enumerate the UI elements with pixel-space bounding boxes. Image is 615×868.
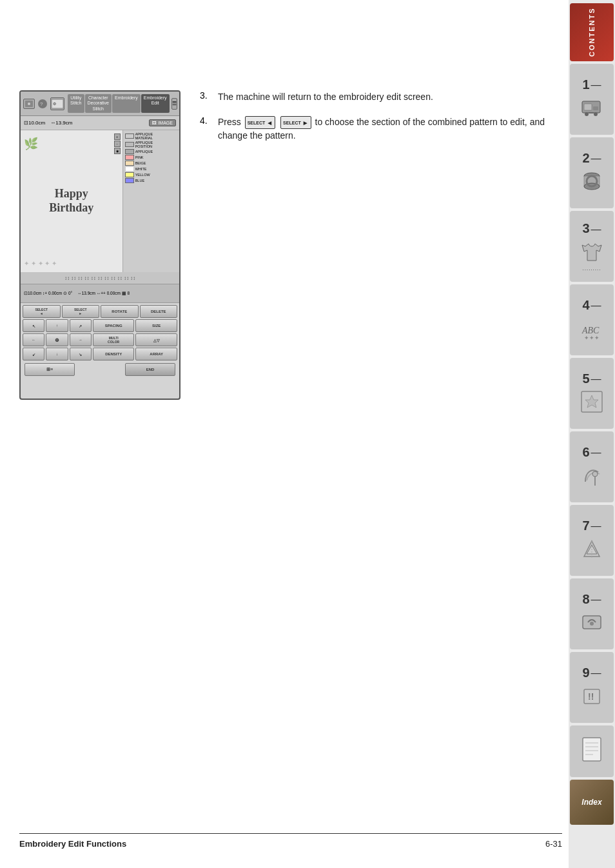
tab-9-number: 9	[582, 666, 589, 680]
svg-point-4	[594, 112, 598, 116]
embroidery-icon	[578, 461, 606, 489]
mirror-h-button[interactable]: ↗	[70, 319, 92, 332]
select-left-label: SELECT	[248, 121, 266, 125]
up-button[interactable]: ↑	[46, 319, 68, 332]
svg-rect-2	[593, 106, 598, 110]
machine-tab-bar: ? ⚙ UtilityStitch CharacterDecorativeSti…	[21, 92, 179, 116]
mirror-v-button[interactable]: ↖	[23, 319, 44, 332]
advanced-icon	[578, 608, 606, 636]
svg-point-3	[585, 112, 589, 116]
tab-5-number: 5	[582, 371, 589, 386]
select-right-inline-button: SELECT ►	[280, 116, 311, 129]
footer: Embroidery Edit Functions 6-31	[19, 833, 562, 849]
step-4-text-pre: Press	[218, 117, 241, 127]
tab-3-number: 3	[582, 221, 589, 236]
pattern-icon	[578, 535, 606, 563]
select-right-arrow: ►	[302, 118, 309, 128]
tab-6-dash: —	[591, 447, 601, 459]
sidebar-tab-5[interactable]: 5 —	[570, 358, 614, 429]
step-4-number: 4.	[200, 115, 213, 143]
rotate-button[interactable]: ROTATE	[101, 305, 139, 318]
down-right-button[interactable]: ↘	[70, 348, 92, 360]
svg-text:ABC: ABC	[581, 326, 600, 335]
tab-4-number: 4	[582, 298, 589, 313]
image-button: 🖼 IMAGE	[149, 119, 176, 126]
center-button[interactable]: ⊕	[46, 333, 68, 346]
button-row-2: ↖ ↑ ↗ SPACING SIZE	[23, 319, 177, 332]
instruction-step-3: 3. The machine will return to the embroi…	[200, 90, 548, 104]
delete-button[interactable]: DELETE	[140, 305, 178, 318]
alphabet-icon: ABC ✦✦✦	[578, 314, 606, 342]
index-label: Index	[581, 798, 601, 807]
tab-8-dash: —	[591, 594, 601, 606]
color-applique-position: APPLIQUEPOSITION	[125, 141, 177, 148]
tab-7-number: 7	[582, 518, 589, 533]
machine-measure-bar: ⊡10.0cm ↔13.9cm 🖼 IMAGE	[21, 116, 179, 130]
sidebar-tab-2[interactable]: 2 —	[570, 137, 614, 208]
right-button[interactable]: →	[70, 333, 92, 346]
measure-h: ⊡10.0cm	[24, 120, 45, 126]
sidebar-tab-3[interactable]: 3 — .........	[570, 211, 614, 282]
svg-point-27	[28, 103, 30, 105]
color-yellow: YELLOW	[125, 172, 177, 177]
thread-spool-icon	[578, 167, 606, 195]
sidebar-tab-1[interactable]: 1 —	[570, 64, 614, 135]
sidebar-tab-7[interactable]: 7 —	[570, 505, 614, 576]
machine-menu-icon: ☰	[171, 98, 177, 110]
machine-display: + - ◉ 🌿 Happy Birthday ✦ ✦ ✦ ✦ ✦ APPLIQU…	[21, 130, 179, 272]
end-button[interactable]: END	[125, 363, 175, 376]
multi-color-button[interactable]: MULTICOLOR	[93, 333, 135, 346]
tab-3-dash: —	[591, 224, 601, 235]
shirt-icon	[578, 237, 606, 266]
svg-text:!!: !!	[588, 691, 594, 702]
svg-rect-21	[583, 738, 601, 761]
star-icon	[578, 388, 606, 416]
resize-button[interactable]: △▽	[135, 333, 177, 346]
sewing-machine-icon	[578, 94, 606, 122]
spacing-button[interactable]: SPACING	[93, 319, 135, 332]
select-left-button[interactable]: SELECT◄	[23, 305, 61, 318]
color-blue: BLUE	[125, 178, 177, 183]
tab-1-dash: —	[591, 79, 601, 91]
button-row-3: ← ⊕ → MULTICOLOR △▽	[23, 333, 177, 346]
canvas-deco-top: 🌿	[24, 137, 38, 151]
size-button[interactable]: SIZE	[135, 319, 177, 332]
svg-point-14	[592, 471, 598, 477]
select-right-button[interactable]: SELECT►	[62, 305, 100, 318]
select-right-label: SELECT	[283, 121, 301, 125]
button-row-5: ⊞≡ END	[23, 362, 177, 377]
step-4-text: Press SELECT ◄ SELECT ► to choose the se…	[218, 115, 548, 143]
down-button[interactable]: ↓	[46, 348, 68, 360]
color-applique: APPLIQUE	[125, 149, 177, 154]
tab-character-stitch: CharacterDecorativeStitch	[85, 94, 112, 113]
down-left-button[interactable]: ↙	[23, 348, 44, 360]
tab-1-number: 1	[582, 77, 589, 92]
tab-utility-stitch: UtilityStitch	[68, 94, 84, 113]
machine-stitch-row: ↕↕ ↕↕ ↕↕ ↕↕ ↕↕ ↕↕ ↕↕ ↕↕ ↕↕ ↕↕ ↕↕	[21, 272, 179, 284]
left-button[interactable]: ←	[23, 333, 44, 346]
machine-button-panel: SELECT◄ SELECT► ROTATE DELETE ↖ ↑ ↗ SPAC…	[21, 303, 179, 379]
tab-5-dash: —	[591, 373, 601, 385]
color-applique-material: APPLIQUEMATERIAL	[125, 132, 177, 140]
array-button[interactable]: ARRAY	[135, 348, 177, 360]
tab-3-dots: .........	[582, 266, 601, 271]
sidebar-tab-index[interactable]: Index	[570, 780, 614, 825]
step-3-number: 3.	[200, 90, 213, 104]
measure-w: ↔13.9cm	[50, 120, 72, 126]
grid-button[interactable]: ⊞≡	[24, 363, 75, 376]
instruction-step-4: 4. Press SELECT ◄ SELECT ► to choose the…	[200, 115, 548, 143]
sidebar-tab-9[interactable]: 9 — !!	[570, 652, 614, 723]
machine-color-panel: APPLIQUEMATERIAL APPLIQUEPOSITION APPLIQ…	[123, 130, 179, 272]
sidebar-tab-notes[interactable]	[570, 725, 614, 777]
density-button[interactable]: DENSITY	[93, 348, 135, 360]
button-row-4: ↙ ↓ ↘ DENSITY ARRAY	[23, 348, 177, 360]
machine-status-bar: ⊡10.0cm ↕+ 0.00cm ⊙ 0° ↔13.9cm ↔++ 0.00c…	[21, 284, 179, 303]
sidebar-tab-4[interactable]: 4 — ABC ✦✦✦	[570, 284, 614, 355]
sidebar-tab-8[interactable]: 8 —	[570, 578, 614, 649]
color-pink: PINK	[125, 155, 177, 160]
contents-label: CONTENTS	[588, 8, 596, 57]
sidebar-tab-contents[interactable]: CONTENTS	[570, 3, 614, 61]
sidebar-tab-6[interactable]: 6 —	[570, 431, 614, 502]
step-3-text: The machine will return to the embroider…	[218, 90, 433, 104]
svg-text:⚙: ⚙	[53, 102, 56, 106]
